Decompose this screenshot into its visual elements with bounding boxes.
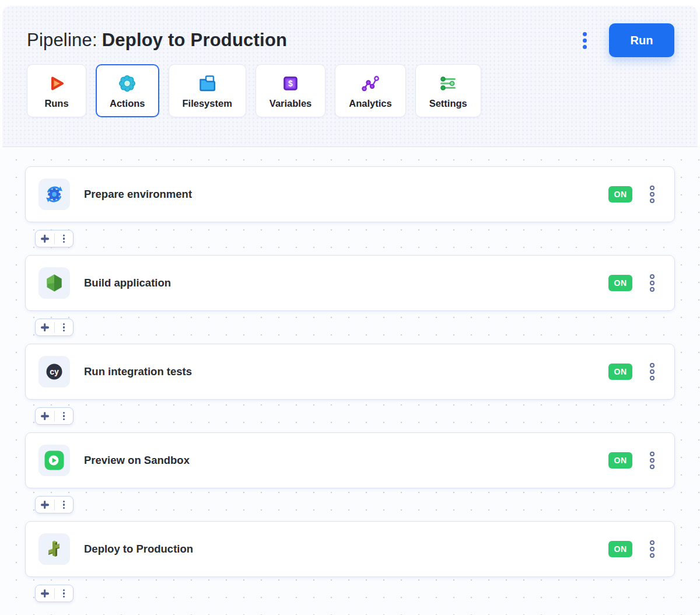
svg-text:cy: cy xyxy=(50,367,59,376)
header-row: Pipeline:Deploy to Production Run xyxy=(2,6,698,58)
dollar-square-icon: $ xyxy=(280,73,301,94)
action-card-deploy-to-production[interactable]: Deploy to Production ON xyxy=(25,521,675,577)
action-menu-button[interactable] xyxy=(648,361,657,383)
plus-icon xyxy=(41,235,49,243)
tab-analytics[interactable]: Analytics xyxy=(335,64,405,117)
add-action-button[interactable] xyxy=(36,230,54,247)
kebab-vertical-icon xyxy=(583,45,587,49)
tab-filesystem[interactable]: Filesystem xyxy=(169,64,246,117)
connector-row xyxy=(0,488,700,521)
scatter-chart-icon xyxy=(360,73,381,94)
kebab-vertical-icon xyxy=(650,540,654,545)
plus-icon xyxy=(41,412,49,420)
kebab-vertical-icon xyxy=(650,281,654,285)
connector-row xyxy=(0,311,700,344)
status-toggle[interactable]: ON xyxy=(608,541,632,557)
action-card-run-integration-tests[interactable]: cy Run integration tests ON xyxy=(25,344,675,400)
kebab-vertical-icon xyxy=(583,32,587,36)
plus-icon xyxy=(41,323,49,331)
kebab-vertical-icon xyxy=(650,376,654,380)
connector-toolbar xyxy=(35,585,74,602)
tab-label: Settings xyxy=(429,98,467,109)
tab-variables[interactable]: $ Variables xyxy=(256,64,326,117)
tab-label: Runs xyxy=(44,98,68,109)
tab-settings[interactable]: Settings xyxy=(415,64,481,117)
kebab-vertical-icon xyxy=(63,589,65,598)
tab-actions[interactable]: Actions xyxy=(96,64,159,117)
pipeline-menu-button[interactable] xyxy=(578,29,592,53)
add-action-button[interactable] xyxy=(36,497,54,513)
pipeline-page: Pipeline:Deploy to Production Run xyxy=(0,0,700,615)
kebab-vertical-icon xyxy=(63,235,65,243)
action-label: Prepare environment xyxy=(84,188,192,201)
kebab-vertical-icon xyxy=(650,192,654,197)
add-action-button[interactable] xyxy=(36,585,54,602)
kebab-vertical-icon xyxy=(650,452,654,456)
tab-label: Analytics xyxy=(349,98,391,109)
action-label: Preview on Sandbox xyxy=(84,454,190,467)
kebab-vertical-icon xyxy=(650,363,654,368)
action-card-preview-on-sandbox[interactable]: Preview on Sandbox ON xyxy=(25,432,675,488)
status-toggle[interactable]: ON xyxy=(608,364,632,380)
add-action-button[interactable] xyxy=(36,319,54,336)
sliders-icon xyxy=(438,73,459,94)
page-title-prefix: Pipeline: xyxy=(27,30,97,50)
kebab-vertical-icon xyxy=(650,287,654,292)
codedeploy-icon xyxy=(38,533,70,565)
kebab-vertical-icon xyxy=(650,369,654,374)
cypress-icon: cy xyxy=(38,356,70,387)
connector-menu-button[interactable] xyxy=(55,497,74,513)
connector-row xyxy=(0,577,700,610)
kebab-vertical-icon xyxy=(650,458,654,463)
kebab-vertical-icon xyxy=(63,501,65,509)
svg-text:$: $ xyxy=(288,79,293,88)
kebab-vertical-icon xyxy=(650,274,654,279)
action-card-prepare-environment[interactable]: Prepare environment ON xyxy=(25,166,675,222)
action-menu-button[interactable] xyxy=(648,538,657,560)
status-toggle[interactable]: ON xyxy=(608,452,632,469)
action-label: Build application xyxy=(84,277,171,289)
plus-icon xyxy=(41,589,49,597)
pipeline-canvas: Prepare environment ON xyxy=(0,147,700,615)
action-menu-button[interactable] xyxy=(648,272,657,294)
action-card-build-application[interactable]: Build application ON xyxy=(25,255,675,311)
run-button[interactable]: Run xyxy=(609,23,674,57)
page-title-name: Deploy to Production xyxy=(102,30,287,50)
connector-menu-button[interactable] xyxy=(55,585,74,602)
kebab-vertical-icon xyxy=(583,39,587,43)
plus-icon xyxy=(41,501,49,509)
connector-menu-button[interactable] xyxy=(55,408,74,424)
kebab-vertical-icon xyxy=(650,186,654,190)
tab-label: Filesystem xyxy=(183,98,232,109)
play-app-icon xyxy=(38,445,70,476)
kebab-vertical-icon xyxy=(650,547,654,551)
sync-gear-icon xyxy=(38,179,70,210)
folder-file-icon xyxy=(197,73,218,94)
status-toggle[interactable]: ON xyxy=(608,275,632,291)
connector-menu-button[interactable] xyxy=(55,319,74,336)
add-action-button[interactable] xyxy=(36,408,54,424)
connector-toolbar xyxy=(35,319,74,336)
action-menu-button[interactable] xyxy=(648,183,657,205)
status-toggle[interactable]: ON xyxy=(608,186,632,202)
nodejs-hexagon-icon xyxy=(38,267,70,299)
header-actions: Run xyxy=(578,23,674,57)
tab-runs[interactable]: Runs xyxy=(27,64,86,117)
connector-toolbar xyxy=(35,407,74,425)
action-menu-button[interactable] xyxy=(648,449,657,471)
kebab-vertical-icon xyxy=(63,412,65,421)
action-label: Deploy to Production xyxy=(84,543,193,555)
connector-row xyxy=(0,400,700,432)
page-title: Pipeline:Deploy to Production xyxy=(27,30,287,51)
tab-label: Actions xyxy=(110,98,145,109)
play-triangle-icon xyxy=(46,73,67,94)
connector-toolbar xyxy=(35,230,74,247)
connector-toolbar xyxy=(35,496,74,513)
tab-label: Variables xyxy=(270,98,312,109)
action-label: Run integration tests xyxy=(84,365,192,378)
kebab-vertical-icon xyxy=(650,198,654,203)
kebab-vertical-icon xyxy=(63,323,65,332)
tab-bar: Runs Actions xyxy=(2,64,698,117)
connector-menu-button[interactable] xyxy=(55,230,74,247)
gear-badge-icon xyxy=(117,73,138,94)
